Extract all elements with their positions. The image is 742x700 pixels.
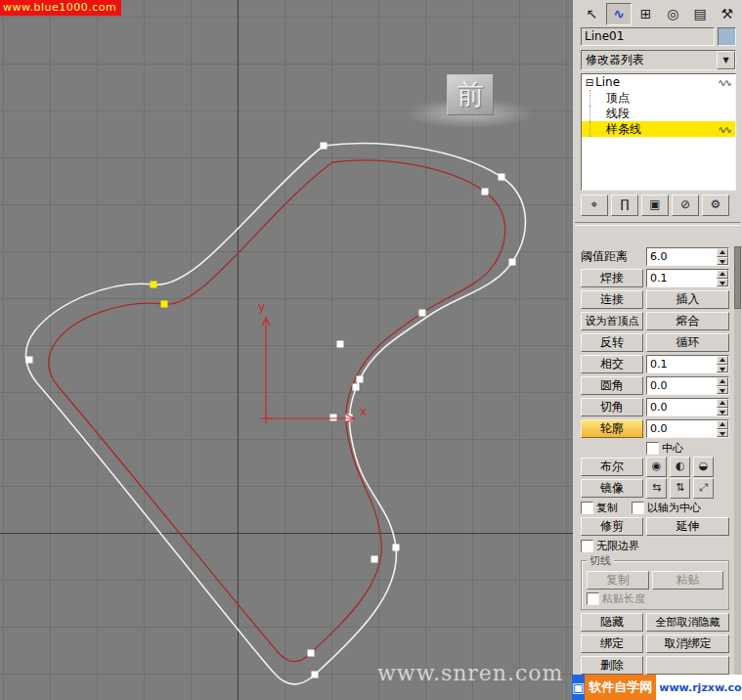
vertex-handle[interactable] xyxy=(26,357,33,364)
weld-threshold-value[interactable]: 0.1 xyxy=(647,270,717,286)
mirror-vertical-icon[interactable]: ⇅ xyxy=(670,478,690,499)
vertex-handle[interactable] xyxy=(419,310,426,317)
boolean-intersect-icon[interactable]: ◒ xyxy=(693,457,714,477)
pin-stack-icon[interactable]: ⌖ xyxy=(581,195,608,216)
fillet-spinner[interactable]: 0.0 xyxy=(646,376,729,395)
fillet-value[interactable]: 0.0 xyxy=(647,377,717,394)
vertex-handle[interactable] xyxy=(353,384,360,391)
hierarchy-tab-icon[interactable]: ⊞ xyxy=(633,3,659,25)
spin-up-icon[interactable] xyxy=(717,420,728,429)
spin-down-icon[interactable] xyxy=(717,257,728,266)
vertex-handle[interactable] xyxy=(482,189,489,196)
vertex-handle[interactable] xyxy=(357,376,364,383)
spin-down-icon[interactable] xyxy=(717,365,728,373)
cross-insert-value[interactable]: 0.1 xyxy=(647,356,717,372)
vertex-handle[interactable] xyxy=(393,545,400,551)
stack-item-segment[interactable]: 线段 xyxy=(582,106,735,121)
vertex-handle[interactable] xyxy=(312,672,319,678)
outline-spline-outer[interactable] xyxy=(25,144,525,684)
spin-up-icon[interactable] xyxy=(717,399,728,408)
delete-button[interactable]: 删除 xyxy=(581,656,643,675)
scrollbar-thumb[interactable] xyxy=(734,246,741,309)
vertex-handle[interactable] xyxy=(509,259,516,266)
unhide-all-button[interactable]: 全部取消隐藏 xyxy=(646,613,729,632)
chamfer-value[interactable]: 0.0 xyxy=(647,399,717,416)
weld-threshold-spinner[interactable]: 0.1 xyxy=(646,269,729,287)
threshold-distance-spinner[interactable]: 6.0 xyxy=(646,247,729,266)
cycle-button[interactable]: 循环 xyxy=(646,333,729,352)
motion-tab-icon[interactable]: ◎ xyxy=(660,3,686,25)
mirror-both-icon[interactable]: ⤢ xyxy=(693,478,714,499)
outline-value[interactable]: 0.0 xyxy=(647,420,717,437)
stack-item-spline[interactable]: 样条线 ∿∿ xyxy=(582,121,735,137)
center-checkbox[interactable] xyxy=(646,442,659,455)
front-view-gizmo[interactable]: 前 xyxy=(447,74,494,115)
make-unique-icon[interactable]: ▣ xyxy=(641,195,669,216)
spin-up-icon[interactable] xyxy=(717,356,728,365)
modify-tab-icon[interactable]: ∿ xyxy=(606,3,633,25)
chamfer-button[interactable]: 切角 xyxy=(581,398,643,416)
vertex-handle[interactable] xyxy=(330,415,337,421)
vertex-handle[interactable] xyxy=(321,143,327,150)
display-tab-icon[interactable]: ▤ xyxy=(687,3,714,25)
vertex-handle[interactable] xyxy=(308,650,315,657)
selected-vertex-handle[interactable] xyxy=(161,301,168,308)
spin-up-icon[interactable] xyxy=(717,270,728,279)
remove-modifier-icon[interactable]: ⊘ xyxy=(672,195,699,216)
about-pivot-checkbox[interactable] xyxy=(632,502,644,514)
configure-sets-icon[interactable]: ⚙ xyxy=(702,195,729,216)
close-button-hidden[interactable] xyxy=(646,656,729,675)
spin-down-icon[interactable] xyxy=(717,279,728,287)
cross-insert-button[interactable]: 相交 xyxy=(581,355,643,373)
boolean-union-icon[interactable]: ◉ xyxy=(646,457,667,477)
chevron-down-icon[interactable]: ▼ xyxy=(717,51,735,69)
make-first-button[interactable]: 设为首顶点 xyxy=(581,312,643,330)
chamfer-spinner[interactable]: 0.0 xyxy=(646,398,729,416)
vertex-handle[interactable] xyxy=(337,341,344,348)
boolean-subtract-icon[interactable]: ◐ xyxy=(670,457,690,477)
tangent-paste-button[interactable]: 粘贴 xyxy=(652,571,723,590)
tangent-copy-button[interactable]: 复制 xyxy=(587,571,649,590)
trim-button[interactable]: 修剪 xyxy=(581,517,643,536)
hide-button[interactable]: 隐藏 xyxy=(581,613,643,632)
object-name-field[interactable]: Line01 xyxy=(581,27,715,46)
collapse-icon[interactable]: ⊟ xyxy=(584,77,595,88)
insert-button[interactable]: 插入 xyxy=(646,290,729,309)
cross-insert-spinner[interactable]: 0.1 xyxy=(646,355,729,373)
spin-down-icon[interactable] xyxy=(717,386,728,395)
outline-spinner[interactable]: 0.0 xyxy=(646,419,729,438)
create-tab-icon[interactable]: ↖ xyxy=(579,3,605,25)
bind-button[interactable]: 绑定 xyxy=(581,634,643,653)
mirror-horizontal-icon[interactable]: ⇆ xyxy=(646,478,667,499)
connect-button[interactable]: 连接 xyxy=(581,290,643,309)
vertex-handle[interactable] xyxy=(371,556,378,563)
fuse-button[interactable]: 熔合 xyxy=(646,312,729,330)
extend-button[interactable]: 延伸 xyxy=(646,517,729,536)
spin-down-icon[interactable] xyxy=(717,429,728,438)
threshold-distance-value[interactable]: 6.0 xyxy=(647,248,717,265)
show-end-result-icon[interactable]: ∏ xyxy=(611,195,638,216)
spin-up-icon[interactable] xyxy=(717,377,728,386)
vertex-handle[interactable] xyxy=(499,174,505,181)
stack-item-line[interactable]: ⊟ Line ∿∿ xyxy=(582,74,735,90)
utilities-tab-icon[interactable]: ⚒ xyxy=(714,3,740,25)
boolean-button[interactable]: 布尔 xyxy=(581,458,643,476)
paste-length-checkbox[interactable] xyxy=(587,592,599,605)
fillet-button[interactable]: 圆角 xyxy=(581,376,643,395)
stack-item-vertex[interactable]: 顶点 xyxy=(582,90,735,106)
selected-vertex-handle[interactable] xyxy=(151,282,157,288)
front-viewport[interactable]: y x 前 www.snren.com xyxy=(0,0,574,700)
copy-checkbox[interactable] xyxy=(581,502,593,514)
weld-button[interactable]: 焊接 xyxy=(581,269,643,287)
object-color-swatch[interactable] xyxy=(718,27,736,46)
modifier-list-dropdown[interactable]: 修改器列表 ▼ xyxy=(581,50,736,70)
outline-spline-inner[interactable] xyxy=(49,160,505,662)
outline-button[interactable]: 轮廓 xyxy=(581,419,643,438)
reverse-button[interactable]: 反转 xyxy=(581,333,643,352)
unbind-button[interactable]: 取消绑定 xyxy=(646,634,729,653)
spin-down-icon[interactable] xyxy=(717,408,728,416)
infinite-bounds-checkbox[interactable] xyxy=(581,540,593,552)
spin-up-icon[interactable] xyxy=(717,248,728,257)
panel-scrollbar[interactable] xyxy=(734,246,741,700)
mirror-button[interactable]: 镜像 xyxy=(581,479,643,498)
